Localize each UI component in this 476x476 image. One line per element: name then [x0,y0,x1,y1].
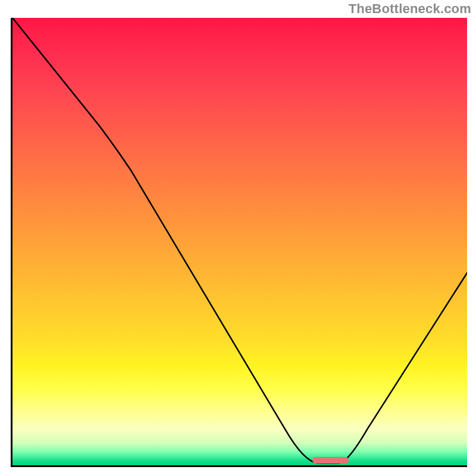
optimal-zone-marker [312,457,349,464]
bottleneck-curve [12,18,467,465]
chart-canvas: TheBottleneck.com [0,0,476,476]
attribution-text: TheBottleneck.com [349,1,471,17]
plot-area [11,18,467,467]
